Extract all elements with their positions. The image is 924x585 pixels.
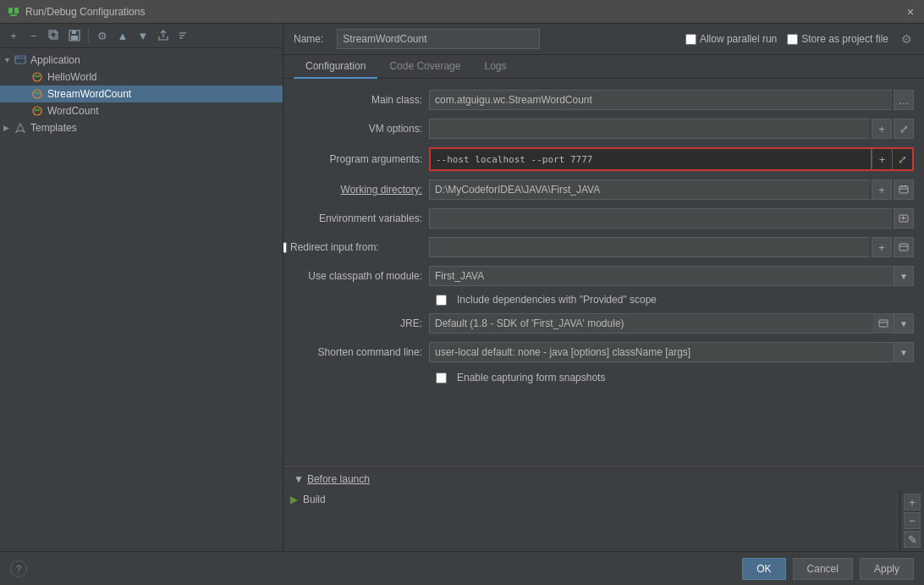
build-run-icon: ▶ bbox=[290, 494, 298, 505]
ok-button[interactable]: OK bbox=[742, 558, 785, 580]
svg-rect-2 bbox=[10, 14, 17, 16]
jre-select[interactable]: Default (1.8 - SDK of 'First_JAVA' modul… bbox=[429, 313, 914, 334]
main-class-browse-button[interactable]: … bbox=[894, 90, 914, 110]
before-launch-section: ▼ Before launch ▶ Build + − ✎ bbox=[283, 466, 924, 551]
svg-point-16 bbox=[33, 107, 41, 115]
classpath-label: Use classpath of module: bbox=[294, 270, 429, 282]
add-config-button[interactable]: + bbox=[5, 27, 22, 44]
build-edit-button[interactable]: ✎ bbox=[904, 531, 921, 548]
svg-rect-19 bbox=[905, 185, 906, 187]
tree-item-helloworld[interactable]: ▶ HelloWorld bbox=[0, 69, 283, 86]
tree-item-streamwordcount[interactable]: ▶ StreamWordCount bbox=[0, 86, 283, 102]
settings-button[interactable]: ⚙ bbox=[94, 27, 111, 44]
env-vars-browse-button[interactable] bbox=[894, 208, 914, 229]
working-dir-browse-button[interactable] bbox=[894, 179, 914, 200]
move-down-button[interactable]: ▼ bbox=[135, 27, 151, 44]
remove-config-button[interactable]: − bbox=[25, 27, 42, 44]
helloworld-icon bbox=[30, 70, 44, 84]
templates-label: Templates bbox=[30, 122, 77, 134]
program-args-label: Program arguments: bbox=[294, 153, 429, 165]
tree-item-templates[interactable]: ▶ Templates bbox=[0, 119, 283, 136]
vm-options-label: VM options: bbox=[294, 123, 429, 135]
allow-parallel-label[interactable]: Allow parallel run bbox=[685, 33, 777, 45]
store-project-checkbox[interactable] bbox=[787, 34, 798, 45]
build-add-button[interactable]: + bbox=[904, 494, 921, 510]
svg-rect-18 bbox=[901, 185, 903, 187]
copy-config-button[interactable] bbox=[46, 27, 63, 44]
svg-rect-4 bbox=[49, 30, 56, 37]
vm-options-expand-button[interactable]: ⤢ bbox=[894, 119, 914, 139]
help-button[interactable]: ? bbox=[10, 560, 27, 577]
shorten-cmd-select-wrapper: user-local default: none - java [options… bbox=[429, 342, 914, 362]
save-config-button[interactable] bbox=[66, 27, 83, 44]
vm-options-input-group: + ⤢ bbox=[429, 119, 914, 139]
before-launch-title: Before launch bbox=[307, 473, 370, 485]
right-panel: Name: Allow parallel run Store as projec… bbox=[283, 24, 924, 551]
wordcount-icon bbox=[30, 104, 44, 118]
jre-select-wrapper: Default (1.8 - SDK of 'First_JAVA' modul… bbox=[429, 313, 914, 334]
allow-parallel-checkbox[interactable] bbox=[685, 34, 696, 45]
jre-browse-button[interactable] bbox=[873, 313, 894, 334]
close-button[interactable]: × bbox=[904, 5, 917, 19]
env-vars-label: Environment variables: bbox=[294, 212, 429, 224]
apply-button[interactable]: Apply bbox=[860, 558, 914, 580]
templates-arrow: ▶ bbox=[3, 124, 14, 132]
program-args-input[interactable] bbox=[431, 150, 871, 168]
cancel-button[interactable]: Cancel bbox=[793, 558, 853, 580]
redirect-input-field[interactable] bbox=[429, 237, 870, 257]
form-area: Main class: … VM options: + ⤢ Program ar… bbox=[283, 79, 924, 463]
svg-rect-22 bbox=[903, 216, 904, 220]
svg-rect-17 bbox=[899, 186, 908, 193]
config-tree: ▼ Application ▶ bbox=[0, 48, 283, 551]
tab-code-coverage[interactable]: Code Coverage bbox=[377, 55, 472, 79]
redirect-browse-button[interactable] bbox=[894, 237, 914, 257]
main-class-input-group: … bbox=[429, 90, 914, 110]
main-class-input[interactable] bbox=[429, 90, 892, 110]
window-title: Run/Debug Configurations bbox=[25, 6, 904, 18]
wordcount-label: WordCount bbox=[47, 105, 98, 117]
before-launch-content: ▶ Build + − ✎ bbox=[283, 490, 924, 551]
include-deps-checkbox[interactable] bbox=[436, 295, 447, 306]
templates-icon bbox=[14, 121, 27, 135]
build-label: Build bbox=[303, 494, 893, 505]
main-class-row: Main class: … bbox=[294, 86, 914, 114]
config-gear-button[interactable]: ⚙ bbox=[899, 31, 914, 47]
working-dir-add-button[interactable]: + bbox=[872, 179, 892, 200]
svg-rect-23 bbox=[899, 244, 908, 251]
working-dir-input[interactable] bbox=[429, 179, 870, 200]
helloworld-label: HelloWorld bbox=[47, 71, 96, 83]
svg-rect-7 bbox=[72, 30, 76, 34]
before-launch-header: ▼ Before launch bbox=[283, 467, 924, 490]
build-list-area: ▶ Build bbox=[283, 490, 899, 551]
sort-button[interactable] bbox=[175, 27, 192, 44]
store-project-label[interactable]: Store as project file bbox=[787, 33, 888, 45]
left-panel: + − ⚙ ▲ ▼ ▼ bbox=[0, 24, 283, 551]
shorten-cmd-select[interactable]: user-local default: none - java [options… bbox=[429, 342, 914, 362]
classpath-select[interactable]: First_JAVA bbox=[429, 266, 914, 286]
tab-logs[interactable]: Logs bbox=[472, 55, 518, 79]
application-group-icon bbox=[14, 53, 27, 67]
tree-item-application[interactable]: ▼ Application bbox=[0, 52, 283, 69]
program-args-add-button[interactable]: + bbox=[872, 149, 892, 169]
build-remove-button[interactable]: − bbox=[904, 512, 921, 529]
redirect-add-button[interactable]: + bbox=[872, 237, 892, 257]
vm-options-input[interactable] bbox=[429, 119, 870, 139]
share-button[interactable] bbox=[155, 27, 172, 44]
env-vars-input[interactable] bbox=[429, 208, 892, 229]
name-input[interactable] bbox=[337, 29, 540, 49]
program-args-expand-button[interactable]: ⤢ bbox=[892, 149, 912, 169]
enable-capturing-checkbox[interactable] bbox=[436, 373, 447, 384]
svg-rect-11 bbox=[15, 56, 25, 63]
enable-capturing-row: Enable capturing form snapshots bbox=[294, 367, 914, 387]
svg-rect-3 bbox=[51, 32, 58, 39]
vm-options-add-button[interactable]: + bbox=[872, 119, 892, 139]
tree-item-wordcount[interactable]: ▶ WordCount bbox=[0, 102, 283, 119]
svg-rect-13 bbox=[17, 57, 19, 58]
tab-configuration[interactable]: Configuration bbox=[294, 55, 377, 79]
header-options: Allow parallel run Store as project file… bbox=[685, 31, 914, 47]
move-up-button[interactable]: ▲ bbox=[114, 27, 131, 44]
working-dir-input-group: + bbox=[429, 179, 914, 200]
redirect-input-row: Redirect input from: + bbox=[294, 233, 914, 262]
main-class-label: Main class: bbox=[294, 94, 429, 106]
svg-rect-6 bbox=[71, 36, 78, 40]
